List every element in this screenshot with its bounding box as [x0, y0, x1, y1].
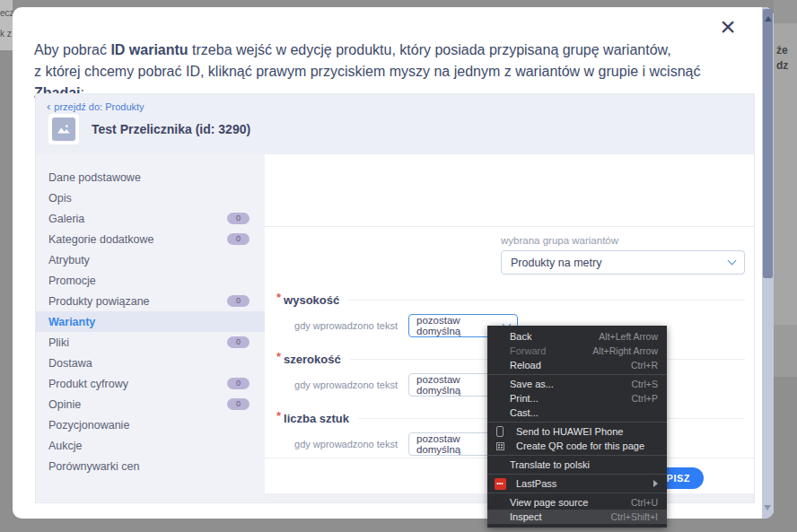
sidebar-item[interactable]: Pliki0: [36, 332, 265, 353]
menu-item-shortcut: Ctrl+Shift+I: [610, 511, 658, 522]
menu-item-label: Translate to polski: [510, 459, 658, 470]
menu-item-shortcut: Ctrl+R: [631, 360, 658, 371]
lastpass-icon: [495, 478, 506, 490]
scrollbar-thumb[interactable]: [763, 9, 773, 278]
background-band: [774, 325, 797, 377]
menu-item-forward: ForwardAlt+Right Arrow: [487, 344, 667, 358]
background-text-line: ecz: [0, 3, 13, 23]
required-marker: *: [276, 291, 281, 304]
section-header: *wysokość: [276, 291, 745, 309]
menu-item-save-as[interactable]: Save as...Ctrl+S: [487, 377, 667, 391]
breadcrumb[interactable]: ‹przejdź do: Produkty: [47, 100, 145, 113]
sidebar-item[interactable]: Produkty powiązane0: [36, 291, 265, 311]
sidebar-item-label: Produkty powiązane: [48, 295, 227, 308]
sidebar-item[interactable]: Opinie0: [36, 394, 265, 414]
menu-item-label: View page source: [510, 497, 631, 508]
product-thumbnail: [48, 114, 79, 144]
sidebar-item-label: Kategorie dodatkowe: [48, 233, 227, 246]
context-menu: BackAlt+Left ArrowForwardAlt+Right Arrow…: [487, 326, 667, 528]
sidebar-item-label: Warianty: [48, 316, 250, 328]
menu-item-label: Forward: [510, 345, 592, 356]
menu-item-label: Cast...: [510, 407, 658, 418]
modal-scrollbar[interactable]: [762, 7, 774, 519]
lastpass-icon: [494, 477, 506, 490]
product-header: ‹przejdź do: Produkty Test Przelicznika …: [36, 94, 754, 154]
product-title: Test Przelicznika (id: 3290): [92, 122, 250, 136]
sidebar-item-label: Pliki: [48, 336, 227, 349]
sidebar-item[interactable]: Kategorie dodatkowe0: [36, 229, 265, 249]
menu-item-view-page-source[interactable]: View page sourceCtrl+U: [487, 495, 667, 510]
count-badge: 0: [227, 233, 250, 245]
sidebar-item[interactable]: Aukcje: [36, 435, 265, 456]
submenu-arrow-icon: [653, 480, 658, 487]
sidebar-item-label: Opis: [48, 192, 250, 205]
menu-item-back[interactable]: BackAlt+Left Arrow: [487, 329, 667, 344]
variant-group-value: Produkty na metry: [511, 257, 729, 269]
menu-item-print[interactable]: Print...Ctrl+P: [487, 391, 667, 406]
sidebar-item[interactable]: Opis: [36, 188, 265, 208]
phone-icon: [496, 426, 504, 437]
background-text-line: k z: [0, 23, 13, 44]
row-label: gdy wprowadzono tekst: [276, 379, 398, 390]
sidebar-item[interactable]: Galeria0: [36, 208, 265, 229]
image-placeholder-icon: [52, 118, 75, 141]
count-badge: 0: [227, 295, 250, 307]
background-text-fragment: ecz k z: [0, 0, 13, 50]
sidebar-item-label: Opinie: [48, 398, 227, 411]
sidebar-item-label: Pozycjonowanie: [48, 419, 250, 432]
sidebar-item[interactable]: Warianty: [36, 311, 265, 332]
menu-item-lastpass[interactable]: LastPass: [487, 476, 667, 491]
menu-item-label: LastPass: [516, 478, 648, 489]
menu-item-create-qr-code-for-this-page[interactable]: Create QR code for this page: [487, 439, 667, 453]
menu-item-cast[interactable]: Cast...: [487, 406, 667, 420]
instruction-line-1: Aby pobrać ID wariantu trzeba wejść w ed…: [34, 39, 752, 61]
breadcrumb-label: przejdź do: Produkty: [54, 101, 144, 112]
count-badge: 0: [227, 378, 250, 389]
menu-item-translate-to-polski[interactable]: Translate to polski: [487, 458, 667, 472]
sidebar-item-label: Dostawa: [48, 357, 250, 370]
chevron-down-icon: [728, 257, 737, 266]
qr-icon: [494, 440, 506, 452]
row-label: gdy wprowadzono tekst: [276, 320, 398, 331]
variant-group-select[interactable]: Produkty na metry: [501, 250, 745, 275]
sidebar-item[interactable]: Dostawa: [36, 353, 265, 373]
menu-item-inspect[interactable]: InspectCtrl+Shift+I: [487, 510, 667, 524]
menu-item-shortcut: Alt+Right Arrow: [592, 345, 658, 356]
sidebar-item-label: Porównywarki cen: [48, 460, 250, 473]
scrollbar-down-arrow-icon[interactable]: [764, 505, 771, 510]
count-badge: 0: [227, 213, 250, 224]
menu-item-shortcut: Ctrl+U: [631, 497, 658, 508]
menu-item-label: Back: [510, 331, 599, 342]
scrollbar-up-arrow-icon[interactable]: [765, 16, 772, 22]
product-title-row: Test Przelicznika (id: 3290): [48, 114, 250, 144]
background-panel-fragment: że dz: [774, 0, 797, 377]
sidebar-item-label: Galeria: [48, 213, 227, 225]
menu-item-label: Inspect: [510, 511, 610, 522]
qr-icon: [496, 442, 504, 450]
menu-item-label: Print...: [510, 393, 632, 404]
sidebar-item[interactable]: Promocje: [36, 270, 265, 291]
sidebar-item[interactable]: Produkt cyfrowy0: [36, 373, 265, 394]
menu-item-label: Create QR code for this page: [516, 440, 658, 451]
chevron-left-icon: ‹: [47, 100, 50, 113]
section-title: wysokość: [284, 293, 339, 307]
background-text-line: że: [776, 43, 788, 58]
menu-item-reload[interactable]: ReloadCtrl+R: [487, 358, 667, 372]
variant-group-label: wybrana grupa wariantów: [501, 235, 745, 246]
sidebar-item[interactable]: Atrybuty: [36, 249, 265, 270]
section-title: szerokość: [284, 353, 341, 366]
sidebar-item[interactable]: Pozycjonowanie: [36, 414, 265, 435]
sidebar-item[interactable]: Porównywarki cen: [36, 456, 265, 476]
close-icon[interactable]: ×: [714, 14, 741, 41]
count-badge: 0: [227, 336, 250, 348]
menu-item-label: Reload: [510, 360, 631, 371]
menu-item-shortcut: Ctrl+P: [632, 393, 658, 404]
divider: [265, 226, 754, 227]
row-label: gdy wprowadzono tekst: [276, 439, 398, 449]
required-marker: *: [276, 350, 281, 363]
sidebar-item-label: Promocje: [48, 275, 250, 287]
menu-item-send-to-huawei-phone[interactable]: Send to HUAWEI Phone: [487, 424, 667, 439]
phone-icon: [494, 425, 506, 438]
menu-item-label: Send to HUAWEI Phone: [516, 426, 658, 437]
sidebar-item[interactable]: Dane podstawowe: [36, 167, 265, 188]
